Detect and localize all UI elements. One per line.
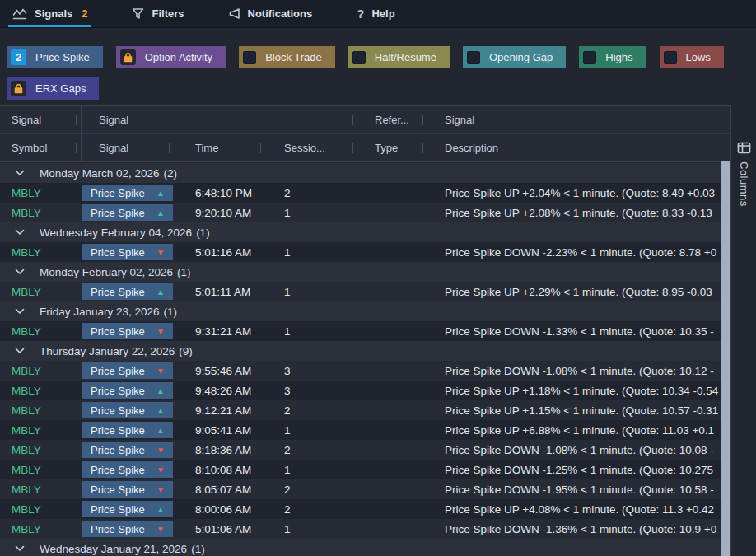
filter-button-opening-gap[interactable]: Opening Gap xyxy=(463,46,566,68)
date-group-row[interactable]: Monday March 02, 2026(2) xyxy=(0,163,730,183)
description-cell: Price Spike UP +1.15% < 1 minute. (Quote… xyxy=(428,404,730,417)
date-group-row[interactable]: Friday January 23, 2026(1) xyxy=(0,301,730,321)
column-header-description[interactable]: Description xyxy=(428,134,730,161)
funnel-icon xyxy=(132,7,144,20)
description-cell: Price Spike UP +2.08% < 1 minute. (Quote… xyxy=(428,207,730,219)
column-header-symbol[interactable]: Symbol xyxy=(0,134,82,161)
signal-row[interactable]: MBLYPrice Spike▼5:01:16 AM1Price Spike D… xyxy=(0,242,730,262)
chevron-down-icon[interactable] xyxy=(15,229,25,236)
signal-row[interactable]: MBLYPrice Spike▲6:48:10 PM2Price Spike U… xyxy=(0,183,730,203)
time-cell: 9:48:26 AM xyxy=(175,385,266,397)
date-group-label: Friday January 23, 2026 xyxy=(40,306,160,318)
filter-checkbox[interactable] xyxy=(467,51,480,64)
date-group-row[interactable]: Wednesday January 21, 2026(1) xyxy=(0,539,730,556)
filter-button-label: ERX Gaps xyxy=(35,82,86,95)
top-nav: Signals2FiltersNotifications?Help xyxy=(0,0,756,28)
time-cell: 5:01:11 AM xyxy=(175,286,266,298)
signal-row[interactable]: MBLYPrice Spike▲9:05:41 AM1Price Spike U… xyxy=(0,420,730,440)
date-group-row[interactable]: Thursday January 22, 2026(9) xyxy=(0,341,730,361)
signal-row[interactable]: MBLYPrice Spike▼5:01:06 AM1Price Spike D… xyxy=(0,519,730,539)
filter-checkbox[interactable] xyxy=(664,51,677,64)
description-cell: Price Spike DOWN -1.95% < 1 minute. (Quo… xyxy=(428,484,730,496)
symbol-cell: MBLY xyxy=(0,246,82,259)
chevron-down-icon[interactable] xyxy=(15,348,25,354)
signal-row[interactable]: MBLYPrice Spike▼8:05:07 AM2Price Spike D… xyxy=(0,479,730,499)
date-group-row[interactable]: Wednesday February 04, 2026(1) xyxy=(0,222,730,242)
column-header-time[interactable]: Time xyxy=(175,134,266,161)
chevron-down-icon[interactable] xyxy=(15,545,25,552)
signal-row[interactable]: MBLYPrice Spike▼8:10:08 AM1Price Spike D… xyxy=(0,460,730,479)
symbol-cell: MBLY xyxy=(0,404,82,417)
signal-badge: Price Spike▼ xyxy=(82,244,173,260)
group-header-3: Signal xyxy=(428,106,730,133)
lock-icon xyxy=(14,84,23,94)
time-cell: 6:48:10 PM xyxy=(175,187,266,199)
filter-button-option-activity[interactable]: Option Activity xyxy=(116,46,226,68)
date-group-row[interactable]: Monday February 02, 2026(1) xyxy=(0,262,730,282)
signal-badge-label: Price Spike xyxy=(91,365,145,377)
nav-tab-label: Filters xyxy=(152,7,184,20)
filter-button-label: Halt/Resume xyxy=(375,51,436,63)
column-header-sessio[interactable]: Sessio... xyxy=(266,134,358,161)
nav-tab-filters[interactable]: Filters xyxy=(128,0,188,27)
session-cell: 2 xyxy=(266,484,358,496)
signal-badge: Price Spike▲ xyxy=(82,185,173,201)
chevron-down-icon[interactable] xyxy=(15,269,25,275)
signal-badge-label: Price Spike xyxy=(91,325,145,338)
signal-row[interactable]: MBLYPrice Spike▼9:31:21 AM1Price Spike D… xyxy=(0,321,730,341)
filter-button-highs[interactable]: Highs xyxy=(579,46,646,68)
session-cell: 2 xyxy=(266,187,358,199)
description-cell: Price Spike DOWN -1.33% < 1 minute. (Quo… xyxy=(428,325,730,338)
session-cell: 1 xyxy=(266,424,358,437)
date-group-count: (1) xyxy=(196,227,210,239)
signal-row[interactable]: MBLYPrice Spike▲9:48:26 AM3Price Spike U… xyxy=(0,381,730,400)
signal-row[interactable]: MBLYPrice Spike▲5:01:11 AM1Price Spike U… xyxy=(0,282,730,301)
signal-badge: Price Spike▲ xyxy=(82,501,173,517)
date-group-count: (2) xyxy=(164,167,178,180)
signal-row[interactable]: MBLYPrice Spike▲9:12:21 AM2Price Spike U… xyxy=(0,400,730,420)
symbol-cell: MBLY xyxy=(0,523,82,535)
filter-button-label: Option Activity xyxy=(145,51,212,63)
nav-tab-signals[interactable]: Signals2 xyxy=(8,0,91,27)
symbol-cell: MBLY xyxy=(0,286,82,298)
filter-button-price-spike[interactable]: 2Price Spike xyxy=(7,46,103,68)
nav-tab-help[interactable]: ?Help xyxy=(352,0,399,27)
description-cell: Price Spike UP +2.29% < 1 minute. (Quote… xyxy=(428,286,730,298)
signal-cell: Price Spike▲ xyxy=(82,185,175,201)
signal-badge: Price Spike▼ xyxy=(82,362,173,379)
chevron-down-icon[interactable] xyxy=(15,170,25,176)
signal-cell: Price Spike▲ xyxy=(82,501,175,517)
filter-checkbox[interactable] xyxy=(352,51,366,64)
signal-cell: Price Spike▲ xyxy=(82,422,175,438)
signal-row[interactable]: MBLYPrice Spike▼9:55:46 AM3Price Spike D… xyxy=(0,361,730,381)
signal-row[interactable]: MBLYPrice Spike▼8:18:36 AM2Price Spike D… xyxy=(0,440,730,460)
up-arrow-icon: ▲ xyxy=(156,189,165,198)
filter-button-block-trade[interactable]: Block Trade xyxy=(239,46,335,68)
date-group-label: Monday February 02, 2026 xyxy=(40,266,173,278)
filter-button-halt-resume[interactable]: Halt/Resume xyxy=(348,46,450,68)
signal-badge: Price Spike▼ xyxy=(82,323,173,339)
signal-cell: Price Spike▼ xyxy=(82,323,175,339)
filter-checkbox[interactable] xyxy=(583,51,596,64)
signal-row[interactable]: MBLYPrice Spike▲9:20:10 AM1Price Spike U… xyxy=(0,203,730,222)
down-arrow-icon: ▼ xyxy=(156,446,165,455)
symbol-cell: MBLY xyxy=(0,484,82,496)
filter-button-label: Block Trade xyxy=(265,51,322,63)
chevron-down-icon[interactable] xyxy=(15,308,25,315)
filter-button-lows[interactable]: Lows xyxy=(660,46,724,68)
nav-tab-notifications[interactable]: Notifications xyxy=(225,0,317,27)
signal-row[interactable]: MBLYPrice Spike▲8:00:06 AM2Price Spike U… xyxy=(0,499,730,519)
table-column-header-row: SymbolSignalTimeSessio...TypeDescription xyxy=(0,134,730,162)
signal-badge-label: Price Spike xyxy=(91,246,145,259)
vertical-scrollbar-thumb[interactable] xyxy=(721,161,730,556)
filter-button-label: Highs xyxy=(605,51,632,63)
up-arrow-icon: ▲ xyxy=(156,406,165,415)
down-arrow-icon: ▼ xyxy=(156,465,165,474)
columns-side-tab[interactable]: Columns xyxy=(730,105,756,556)
filter-checkbox[interactable] xyxy=(243,51,256,64)
column-header-signal[interactable]: Signal xyxy=(82,134,175,161)
time-cell: 9:20:10 AM xyxy=(175,207,266,219)
column-header-type[interactable]: Type xyxy=(358,134,428,161)
filter-button-erx-gaps[interactable]: ERX Gaps xyxy=(7,77,99,100)
symbol-cell: MBLY xyxy=(0,365,82,377)
